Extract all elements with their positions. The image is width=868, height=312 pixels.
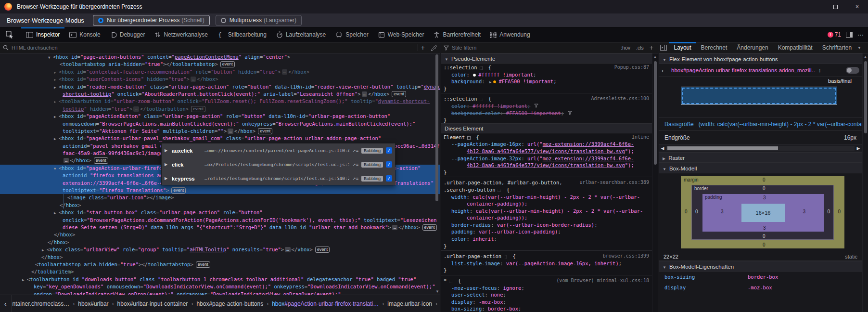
scrollbar-thumb[interactable] bbox=[435, 54, 438, 201]
markup-line[interactable]: ▶<hbox id="star-button-box" class="urlba… bbox=[0, 209, 440, 216]
rule-line[interactable]: } bbox=[441, 85, 652, 92]
collapsed-children-ellipsis[interactable]: … bbox=[133, 106, 139, 112]
css-token[interactable]: moz-extension://3399acf4-6f6e- bbox=[543, 141, 634, 147]
css-token[interactable]: 4b12-8aa6-a463fa64e577/view/icons/transl… bbox=[467, 162, 625, 168]
rule-line[interactable]: background-color: #FFA500 !important; bbox=[441, 109, 652, 117]
scrollbar-thumb[interactable] bbox=[667, 146, 778, 150]
scrollbar-thumb[interactable] bbox=[654, 61, 657, 165]
tab-overflow-caret-icon[interactable]: ▼ bbox=[857, 46, 868, 50]
markup-line[interactable]: ▶<hbox id="reader-mode-button" class="ur… bbox=[0, 83, 440, 91]
collapsed-children-ellipsis[interactable]: … bbox=[228, 129, 233, 134]
rule-line[interactable]: .search-go-button { bbox=[441, 186, 652, 193]
rule-line[interactable]: .urlbar-page-action {browser.css:1399 bbox=[441, 252, 652, 260]
scrollbar-thumb[interactable] bbox=[864, 61, 867, 133]
breadcrumb-item[interactable]: hbox#page-action-buttons bbox=[195, 300, 264, 307]
rule-line[interactable]: } bbox=[441, 266, 652, 273]
stylesheet-source-link[interactable]: (vom Browser) minimal-xul.css:18 bbox=[556, 277, 649, 285]
markup-line[interactable]: key="key_openDownloads" onmousedown="Dow… bbox=[0, 283, 440, 290]
tab-netzwerkanalyse[interactable]: Netzwerkanalyse bbox=[150, 27, 212, 42]
add-node-button[interactable]: + bbox=[418, 44, 428, 52]
event-badge[interactable]: event bbox=[258, 128, 272, 134]
sidebar-tab-änderungen[interactable]: Änderungen bbox=[732, 42, 773, 53]
expander-arrow-icon[interactable]: ▶ bbox=[165, 148, 169, 153]
error-count-badge[interactable]: ! 71 bbox=[828, 31, 841, 38]
scroll-right-arrow[interactable]: ▶ bbox=[855, 146, 862, 151]
tab-inspektor[interactable]: Inspektor bbox=[21, 27, 64, 42]
rule-line[interactable]: color: #ffffff !important; bbox=[441, 102, 652, 109]
rule-line[interactable]: } bbox=[441, 116, 652, 123]
event-badge[interactable]: event bbox=[94, 157, 108, 164]
rules-filter-input[interactable] bbox=[452, 45, 616, 51]
css-token[interactable]: moz-extension://3399acf4-6f6e- bbox=[543, 156, 634, 161]
tab-konsole[interactable]: Konsole bbox=[64, 27, 105, 42]
tab-speicher[interactable]: Speicher bbox=[331, 27, 373, 42]
expander-arrow-icon[interactable]: ▶ bbox=[54, 135, 59, 143]
stylesheet-source-link[interactable]: browser.css:1399 bbox=[603, 253, 649, 260]
markup-line[interactable]: ▶<vbox class="urlbarView" role="group" t… bbox=[0, 246, 440, 253]
markup-scrollbar[interactable]: ▼ bbox=[434, 54, 439, 294]
breadcrumb-item[interactable]: ntainer.chromeclass… bbox=[12, 300, 71, 307]
flex-item-name[interactable]: hbox#pageAction-urlbar-firefox-translati… bbox=[671, 67, 816, 73]
filter-icon[interactable] bbox=[534, 104, 538, 108]
grid-section-header[interactable]: ▶Raster bbox=[659, 152, 862, 163]
rule-line[interactable]: } bbox=[441, 242, 652, 249]
rule-line[interactable]: .urlbar-page-action, #urlbar-go-button,u… bbox=[441, 179, 652, 186]
horizontal-scrollbar[interactable]: ◀ ▶ bbox=[659, 144, 862, 152]
event-source[interactable]: …ome://browser/content/parent/ext-pageAc… bbox=[204, 148, 349, 153]
markup-line[interactable]: </hbox> bbox=[0, 239, 440, 246]
class-toggle[interactable]: .cls bbox=[635, 45, 645, 51]
flex-item-switcher-icon[interactable]: ↕ bbox=[818, 67, 821, 73]
box-model-margin-layer[interactable]: margin 0 0 0 0 border 0 0 0 0 padding 3 bbox=[681, 176, 844, 248]
event-source[interactable]: …ox/Profiles/Testumgebung/chrome/scripts… bbox=[204, 162, 349, 167]
open-in-debugger-icon[interactable]: ↗≡ bbox=[352, 148, 358, 153]
rule-line[interactable]: height: calc(var(--urlbar-min-height) - … bbox=[441, 207, 652, 214]
markup-line[interactable]: </hbox> bbox=[0, 202, 440, 209]
rule-line[interactable]: * {(vom Browser) minimal-xul.css:18 bbox=[441, 277, 652, 284]
markup-line[interactable]: </hbox> bbox=[0, 254, 440, 261]
collapsed-children-ellipsis[interactable]: … bbox=[191, 77, 196, 82]
event-badge[interactable]: event bbox=[196, 261, 210, 268]
event-source[interactable]: …rofiles/Testumgebung/chrome/scripts/Tes… bbox=[204, 176, 349, 181]
rule-line[interactable]: ::selection {Adressleiste.css:100 bbox=[441, 95, 652, 102]
event-badge[interactable]: event bbox=[315, 247, 330, 253]
tab-stilbearbeitung[interactable]: { }Stilbearbeitung bbox=[213, 27, 271, 42]
expander-arrow-icon[interactable]: ▶ bbox=[54, 84, 59, 91]
expander-arrow-icon[interactable]: ▶ bbox=[165, 176, 169, 181]
markup-line[interactable]: </hbox> bbox=[0, 231, 440, 238]
markup-line[interactable]: ▶<hbox id="contextual-feature-recommenda… bbox=[0, 68, 440, 76]
box-model-content-box[interactable]: 16×16 bbox=[741, 204, 785, 222]
rule-line[interactable]: --pageAction-image-16px: url("moz-extens… bbox=[441, 140, 652, 147]
expander-arrow-icon[interactable]: ▶ bbox=[489, 80, 492, 84]
pseudo-class-toggle[interactable]: :hov bbox=[619, 45, 632, 51]
stylesheet-source-link[interactable]: Popup.css:87 bbox=[614, 64, 649, 71]
expander-arrow-icon[interactable]: ▶ bbox=[165, 162, 169, 167]
markup-line[interactable]: tooltiptext="Firefox Translations">event bbox=[0, 187, 440, 194]
dock-options-icon[interactable] bbox=[846, 32, 853, 38]
breadcrumb-item[interactable]: hbox#urlbar-input-container bbox=[116, 300, 189, 307]
scrollbar-track[interactable] bbox=[666, 146, 855, 151]
css-token[interactable]: 4b12-8aa6-a463fa64e577/view/icons/transl… bbox=[467, 148, 625, 154]
markup-line[interactable]: <image class="urlbar-icon"></image> bbox=[0, 194, 440, 201]
rules-scrollbar[interactable]: ▲ bbox=[652, 53, 658, 312]
markup-line[interactable]: ▶<hbox id="pageAction-urlbar-pavel_sherb… bbox=[0, 135, 440, 142]
markup-token[interactable]: pageActionContextMenu bbox=[175, 54, 239, 60]
maximize-button[interactable] bbox=[825, 0, 846, 13]
filter-icon[interactable] bbox=[568, 111, 572, 115]
rule-line[interactable]: --pageAction-image-32px: url("moz-extens… bbox=[441, 155, 652, 162]
stylesheet-source-link[interactable]: Inline bbox=[632, 134, 649, 141]
event-badge[interactable]: event bbox=[171, 187, 186, 194]
collapsed-children-ellipsis[interactable]: … bbox=[392, 225, 397, 230]
markup-line[interactable]: onclick="BrowserPageActions.doCommandFor… bbox=[0, 217, 440, 224]
rule-line[interactable]: user-select: none; bbox=[441, 291, 652, 298]
box-model-border-layer[interactable]: border 0 0 0 0 padding 3 3 3 3 16×16 bbox=[691, 185, 834, 240]
collapsed-children-ellipsis[interactable]: … bbox=[362, 91, 367, 97]
expander-arrow-icon[interactable]: ▶ bbox=[54, 113, 59, 120]
tab-barrierefreiheit[interactable]: Barrierefreiheit bbox=[429, 27, 485, 42]
scroll-up-arrow[interactable]: ▲ bbox=[863, 53, 868, 58]
box-model-padding-layer[interactable]: padding 3 3 3 3 16×16 bbox=[702, 194, 824, 232]
markup-token[interactable]: tooltip bbox=[63, 106, 84, 112]
stylesheet-source-link[interactable]: urlbar-searchbar.css:389 bbox=[580, 179, 650, 186]
markup-token[interactable]: shortcut-tooltip bbox=[63, 91, 111, 97]
rule-line[interactable]: color: #ffffff !important; bbox=[441, 71, 652, 78]
breadcrumb-back-button[interactable]: ‹ bbox=[0, 295, 12, 312]
